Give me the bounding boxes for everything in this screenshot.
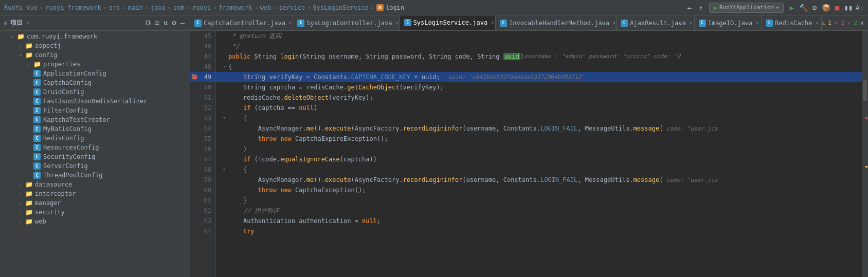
tab-icon: C [766, 20, 773, 27]
tab-close-icon[interactable]: ✕ [612, 20, 616, 26]
class-icon: C [33, 143, 41, 152]
tree-item-com-ruoyi-framework[interactable]: ▾ 📁 com.ruoyi.framework [0, 32, 190, 41]
tree-item-captchaconfig[interactable]: C CaptchaConfig [0, 78, 190, 87]
class-icon: C [33, 79, 41, 87]
fold-marker[interactable]: ▾ [220, 62, 228, 72]
tree-item-fastjson[interactable]: C FastJson2JsonRedisSerializer [0, 97, 190, 106]
collapse-icon[interactable]: — [179, 19, 186, 27]
tree-item-mybatisconfig[interactable]: C MyBatisConfig [0, 124, 190, 134]
warning-icon: ⚠ [822, 20, 825, 26]
navigate-forward-icon[interactable]: ↑ [697, 4, 705, 12]
tree-item-web[interactable]: › 📁 web [0, 217, 190, 226]
tree-item-manager[interactable]: › 📁 manager [0, 198, 190, 208]
tree-item-redisconfig[interactable]: C RedisConfig [0, 134, 190, 143]
pause-button[interactable]: ▮▮ [844, 4, 853, 12]
copy-structure-icon[interactable]: ⧉ [144, 19, 152, 27]
scroll-up-icon[interactable]: ∧ [860, 20, 864, 26]
tab-close-icon[interactable]: ✕ [689, 20, 693, 26]
code-line-46: */ [216, 41, 862, 51]
tab-close-icon[interactable]: ✕ [288, 20, 292, 26]
filter-icon[interactable]: ⇅ [162, 19, 169, 27]
sidebar-tree: ▾ 📁 com.ruoyi.framework › 📁 aspectj ▾ 📁 … [0, 31, 190, 277]
tree-label: interceptor [35, 190, 76, 197]
breadcrumb-framework[interactable]: ruoyi-framework [45, 4, 101, 11]
tree-label: FastJson2JsonRedisSerializer [43, 98, 147, 105]
breadcrumb-service[interactable]: service [279, 4, 305, 11]
tab-captcha[interactable]: C CaptchaController.java ✕ [190, 15, 293, 30]
line-num-49: ⮞ 49 [190, 72, 215, 82]
breadcrumb-framework2[interactable]: framework [219, 4, 252, 11]
check-count: 2 [854, 20, 858, 26]
folder-icon: 📁 [25, 51, 33, 59]
top-bar: RuoYi-Vue › ruoyi-framework › src › main… [0, 0, 868, 15]
tree-item-serverconfig[interactable]: C ServerConfig [0, 161, 190, 171]
run-button[interactable]: ▶ [788, 4, 796, 12]
breadcrumb-ruoyi-vue[interactable]: RuoYi-Vue [4, 4, 38, 11]
editor-area: C CaptchaController.java ✕ C SysLoginCon… [190, 15, 868, 277]
breadcrumb-java[interactable]: java [151, 4, 166, 11]
tree-item-security[interactable]: › 📁 security [0, 208, 190, 217]
line-num-46: 46 [190, 41, 215, 51]
breadcrumb-src[interactable]: src [109, 4, 120, 11]
settings-icon[interactable]: ⚙ [171, 19, 177, 27]
build3-icon[interactable]: 📦 [822, 4, 830, 12]
stop-button[interactable]: ■ [833, 4, 841, 12]
tab-invocable[interactable]: C InvocableHandlerMethod.java ✕ [496, 15, 617, 30]
class-icon: C [33, 125, 41, 133]
tab-close-icon[interactable]: ✕ [395, 20, 399, 26]
build2-icon[interactable]: ⚙ [810, 4, 819, 12]
tab-syslogin-service[interactable]: C SysLoginService.java ✕ [400, 15, 496, 30]
tab-icon: C [404, 19, 411, 26]
tab-close-icon[interactable]: ✕ [815, 20, 819, 26]
tree-item-properties[interactable]: › 📁 properties [0, 60, 190, 69]
tree-item-threadpoolconfig[interactable]: C ThreadPoolConfig [0, 171, 190, 180]
tab-close-icon[interactable]: ✕ [755, 20, 759, 26]
tree-item-securityconfig[interactable]: C SecurityConfig [0, 152, 190, 161]
tab-syslogin-controller[interactable]: C SysLoginController.java ✕ [293, 15, 400, 30]
line-num-45: 45 [190, 31, 215, 41]
tree-arrow: › [16, 210, 25, 215]
error-count: 2 [841, 20, 845, 26]
tree-item-applicationconfig[interactable]: C ApplicationConfig [0, 69, 190, 78]
run-config-selector[interactable]: ▶ RuoYiApplication ▾ [709, 3, 784, 13]
fold-marker[interactable]: ▾ [220, 164, 228, 175]
tree-item-aspectj[interactable]: › 📁 aspectj [0, 41, 190, 50]
tab-redis[interactable]: C RedisCache ✕ [762, 15, 821, 30]
tab-ajax[interactable]: C AjaxResult.java ✕ [617, 15, 694, 30]
tree-item-config[interactable]: ▾ 📁 config [0, 50, 190, 60]
code-line-53: ▾ { [216, 113, 862, 123]
breadcrumb-sysloginservice[interactable]: SysLoginService [313, 4, 368, 11]
breadcrumb-web[interactable]: web [260, 4, 272, 11]
tab-imageio[interactable]: C ImageIO.java ✕ [695, 15, 762, 30]
build-icon[interactable]: 🔨 [799, 4, 807, 12]
tree-item-filterconfig[interactable]: C FilterConfig [0, 106, 190, 115]
sidebar: ▦ 项目 ▾ ⧉ ≡ ⇅ ⚙ — ▾ 📁 com.ruoyi.framework [0, 15, 190, 277]
line-num-64: 64 [190, 226, 215, 236]
sidebar-dropdown-arrow[interactable]: ▾ [27, 20, 30, 26]
run-config-arrow: ▾ [776, 5, 779, 10]
editor-scrollbar[interactable] [862, 31, 868, 277]
tree-item-datasource[interactable]: › 📁 datasource [0, 180, 190, 189]
code-line-45: * @return 返回 [216, 31, 862, 41]
navigate-back-icon[interactable]: ← [685, 4, 694, 12]
tree-item-resourcesconfig[interactable]: C ResourcesConfig [0, 143, 190, 152]
breadcrumb-com[interactable]: com [173, 4, 185, 11]
breadcrumb-main[interactable]: main [128, 4, 143, 11]
error-indicator [865, 117, 867, 119]
main-content: ▦ 项目 ▾ ⧉ ≡ ⇅ ⚙ — ▾ 📁 com.ruoyi.framework [0, 15, 868, 277]
align-icon[interactable]: ≡ [154, 19, 160, 27]
sidebar-toolbar: ⧉ ≡ ⇅ ⚙ — [144, 19, 186, 27]
fold-marker[interactable]: ▾ [220, 113, 228, 123]
breadcrumb-ruoyi[interactable]: ruoyi [192, 4, 211, 11]
tree-arrow: › [16, 182, 25, 188]
code-line-49: String verifyKey = Constants.CAPTCHA_COD… [216, 72, 862, 82]
tree-label: aspectj [35, 42, 61, 49]
scrollbar-thumb[interactable] [863, 80, 867, 101]
class-icon: C [33, 171, 41, 179]
translate-icon[interactable]: A₁ [856, 4, 864, 12]
tree-item-interceptor[interactable]: › 📁 interceptor [0, 189, 190, 198]
tree-item-kaptcha[interactable]: C KaptchaTextCreator [0, 115, 190, 124]
tab-close-icon[interactable]: ✕ [491, 19, 494, 26]
tree-item-druidconfig[interactable]: C DruidConfig [0, 87, 190, 97]
code-content[interactable]: * @return 返回 */ public String login(Stri… [216, 31, 862, 277]
